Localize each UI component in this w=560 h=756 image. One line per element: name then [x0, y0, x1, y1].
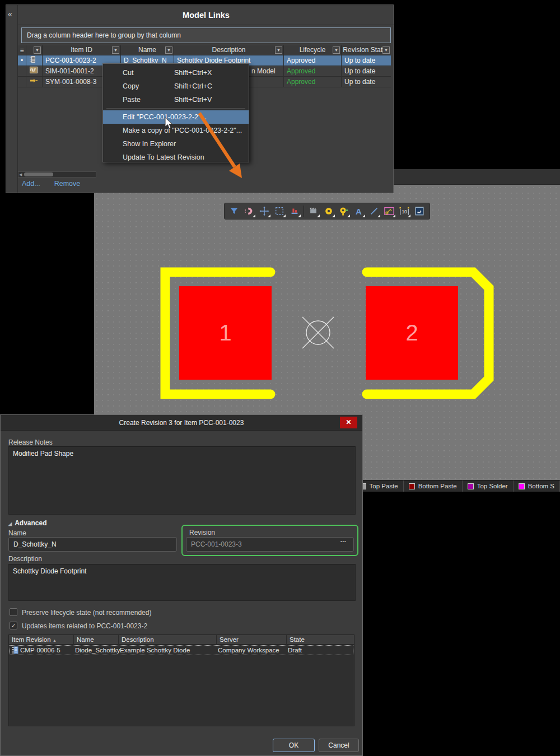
layer-tab-top-solder[interactable]: Top Solder — [463, 480, 514, 492]
keepout-icon[interactable] — [382, 204, 396, 218]
filter-icon[interactable]: ▼ — [165, 46, 172, 54]
updates-related-checkbox[interactable]: ✓ — [10, 622, 17, 629]
select-area-icon[interactable] — [272, 204, 286, 218]
remove-button[interactable]: Remove — [54, 180, 81, 188]
header-server[interactable]: Server — [217, 635, 287, 645]
board-shape-icon[interactable] — [412, 204, 426, 218]
column-label: Item ID — [71, 46, 92, 54]
simulation-row-icon — [26, 66, 43, 77]
header-name[interactable]: Name — [74, 635, 119, 645]
collapse-panel-icon[interactable]: « — [8, 10, 12, 18]
filter-icon[interactable]: ▼ — [382, 46, 390, 54]
menu-item-show-in-explorer[interactable]: Show In Explorer — [103, 137, 249, 151]
revision-browse-icon[interactable]: ••• — [340, 539, 346, 543]
active-bar-toolbar: A 10 — [224, 203, 430, 220]
place-line-icon[interactable] — [367, 204, 381, 218]
place-pad-icon[interactable] — [321, 204, 335, 218]
revision-highlight-box: Revision PCC-001-0023-3 ••• — [181, 525, 358, 556]
revision-label: Revision — [189, 529, 215, 536]
preserve-lifecycle-checkbox[interactable] — [10, 608, 17, 616]
name-input[interactable]: D_Schottky_N — [8, 537, 177, 552]
header-item-id[interactable]: Item ID▼ — [43, 45, 121, 55]
rows-icon: ☰ — [20, 48, 24, 53]
updates-related-label: Updates items related to PCC-001-0023-2 — [22, 622, 147, 630]
release-notes-input[interactable]: Modified Pad Shape — [8, 446, 356, 515]
group-by-bar[interactable]: Drag a column header here to group by th… — [21, 27, 391, 43]
cell-item-revision: CMP-00006-5 — [20, 646, 75, 655]
add-button[interactable]: Add... — [22, 180, 40, 188]
menu-shortcut: Shift+Ctrl+X — [174, 66, 212, 80]
context-menu: CutShift+Ctrl+X CopyShift+Ctrl+C PasteSh… — [102, 63, 249, 162]
layer-color-swatch — [409, 483, 415, 489]
horizontal-scrollbar[interactable]: ◀ — [18, 171, 96, 178]
create-revision-dialog: Create Revision 3 for Item PCC-001-0023 … — [0, 414, 363, 756]
header-revision-status[interactable]: Revision Status▼ — [342, 45, 391, 55]
cell-state: Draft — [288, 646, 354, 655]
layer-tab-bottom-solder[interactable]: Bottom S — [514, 480, 560, 492]
description-label: Description — [8, 555, 42, 563]
header-item-revision[interactable]: Item Revision ▲ — [9, 635, 74, 645]
header-description[interactable]: Description▼ — [174, 45, 284, 55]
dimension-icon[interactable]: 10 — [397, 204, 411, 218]
cell-lifecycle: Approved — [284, 77, 342, 87]
column-label: Item Revision — [12, 636, 51, 643]
pad-2[interactable]: 2 — [366, 286, 458, 380]
filter-icon[interactable]: ▼ — [112, 46, 119, 54]
cell-revision-status: Up to date — [342, 66, 391, 77]
magnet-snap-icon[interactable] — [242, 204, 256, 218]
close-icon[interactable]: ✕ — [340, 417, 357, 428]
layer-color-swatch — [468, 483, 474, 489]
pad-stack-icon[interactable] — [287, 204, 301, 218]
related-items-table: Item Revision ▲ Name Description Server … — [8, 634, 354, 726]
layer-tab-label: Top Solder — [477, 483, 508, 489]
svg-text:10: 10 — [402, 209, 407, 214]
filter-icon[interactable]: ▼ — [275, 46, 282, 54]
place-component-icon[interactable] — [306, 204, 320, 218]
header-state[interactable]: State — [287, 635, 354, 645]
layer-color-swatch — [519, 483, 525, 489]
filter-icon[interactable] — [227, 204, 241, 218]
filter-icon[interactable]: ▼ — [34, 46, 41, 54]
menu-item-cut[interactable]: CutShift+Ctrl+X — [103, 66, 249, 80]
filter-icon[interactable]: ▼ — [333, 46, 340, 54]
menu-item-paste[interactable]: PasteShift+Ctrl+V — [103, 93, 249, 106]
header-lifecycle[interactable]: Lifecycle▼ — [284, 45, 342, 55]
ok-button[interactable]: OK — [273, 739, 315, 752]
table-row[interactable]: CMP-00006-5 Diode_Schottky Example Schot… — [10, 645, 353, 655]
menu-item-make-copy[interactable]: Make a copy of "PCC-001-0023-2-2"... — [103, 124, 249, 137]
move-crosshair-icon[interactable] — [257, 204, 271, 218]
scrollbar-thumb[interactable] — [24, 172, 53, 176]
header-description[interactable]: Description — [119, 635, 217, 645]
pad-1[interactable]: 1 — [179, 286, 272, 380]
header-indicator-col: ☰ — [18, 45, 26, 55]
place-text-icon[interactable]: A — [352, 204, 366, 218]
layer-tab-bottom-paste[interactable]: Bottom Paste — [404, 480, 463, 492]
footprint-row-icon — [26, 55, 43, 66]
menu-item-update-latest-revision[interactable]: Update To Latest Revision — [103, 151, 249, 164]
description-input[interactable]: Schottky Diode Footprint — [8, 564, 356, 601]
scroll-left-arrow-icon[interactable]: ◀ — [19, 172, 22, 178]
revision-input[interactable]: PCC-001-0023-3 — [186, 537, 354, 552]
component-row-icon — [12, 646, 18, 657]
header-icon-col[interactable]: ▼ — [26, 45, 43, 55]
toolbar-separator — [304, 206, 304, 217]
dialog-title: Create Revision 3 for Item PCC-001-0023 — [1, 415, 362, 431]
menu-item-edit[interactable]: Edit "PCC-001-0023-2-2"... — [103, 110, 249, 124]
panel-title: Model Links — [18, 5, 394, 25]
cell-name: Diode_Schottky — [75, 646, 120, 655]
origin-marker-icon — [302, 317, 334, 348]
column-label: Name — [77, 636, 94, 643]
menu-item-copy[interactable]: CopyShift+Ctrl+C — [103, 80, 249, 93]
advanced-section-toggle[interactable]: ◢Advanced — [8, 519, 47, 527]
row-indicator — [18, 66, 26, 77]
header-name[interactable]: Name▼ — [121, 45, 174, 55]
sort-asc-icon: ▲ — [53, 638, 57, 642]
place-via-icon[interactable] — [337, 204, 351, 218]
menu-shortcut: Shift+Ctrl+C — [174, 80, 212, 93]
column-label: State — [290, 636, 305, 643]
cell-revision-status: Up to date — [342, 55, 391, 66]
menu-label: Paste — [123, 96, 141, 104]
cancel-button[interactable]: Cancel — [319, 739, 359, 752]
layer-tab-label: Bottom Paste — [418, 483, 457, 489]
cell-revision-status: Up to date — [342, 77, 391, 87]
